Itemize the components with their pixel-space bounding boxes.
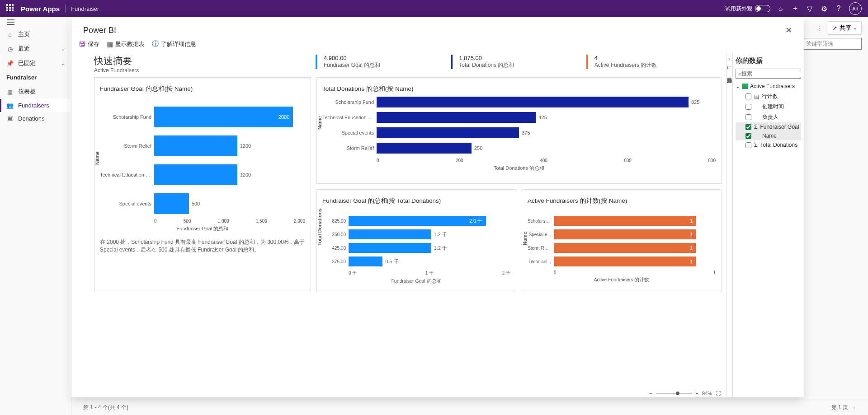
save-button[interactable]: 🖫保存 (79, 40, 99, 48)
field-owner[interactable]: 负责人 (736, 112, 801, 122)
zoom-in-icon[interactable]: + (696, 391, 698, 396)
chevron-left-icon[interactable]: ‹ (729, 56, 731, 61)
record-count: 第 1 - 4 个(共 4 个) (83, 404, 128, 411)
field-created[interactable]: 创建时间 (736, 102, 801, 112)
data-pane-title: 你的数据 (736, 56, 801, 65)
app-launcher-icon[interactable] (6, 4, 15, 13)
page-toolbar-right: ⋮ ↗共享⌄ (816, 21, 862, 35)
pin-icon: 📌 (6, 60, 14, 67)
sigma-icon: Σ (754, 142, 757, 148)
chart-goal-by-name[interactable]: Fundraiser Goal 的总和(按 Name) Name Scholar… (94, 77, 311, 292)
share-button[interactable]: ↗共享⌄ (828, 21, 862, 35)
page-footer: 第 1 - 4 个(共 4 个) 第 1 页 → (71, 400, 868, 415)
chevron-down-icon: ⌄ (61, 61, 65, 66)
show-data-table-button[interactable]: ▦显示数据表 (107, 40, 145, 48)
field-donations[interactable]: ΣTotal Donations (736, 140, 801, 149)
close-icon[interactable]: ✕ (785, 25, 792, 35)
fit-to-page-icon[interactable]: ⛶ (716, 391, 721, 396)
filter-rail[interactable]: ‹ ⫍ 筛选器 (726, 53, 732, 397)
dashboard-icon: ▦ (6, 89, 14, 95)
chart1-x-ticks: 05001,0001,5002,000 (154, 219, 305, 224)
search-icon[interactable]: ⌕ (777, 5, 785, 13)
table-icon: ▦ (107, 40, 113, 48)
summary-row: 快速摘要 Active Fundraisers 4,900.00Fundrais… (94, 55, 722, 74)
kpi-donations: 1,875.00Total Donations 的总和 (451, 55, 586, 69)
zoom-out-icon[interactable]: − (649, 391, 652, 396)
data-search-input[interactable] (741, 70, 804, 77)
data-search[interactable]: ⌕ (736, 69, 801, 79)
learn-more-button[interactable]: ⓘ了解详细信息 (152, 40, 196, 48)
chart1-insight: 在 2000 处，Scholarship Fund 具有最高 Fundraise… (100, 238, 305, 254)
help-icon[interactable]: ? (835, 5, 843, 13)
nav-donations[interactable]: 🏛Donations (0, 112, 71, 125)
powerbi-modal: Power BI ✕ 🖫保存 ▦显示数据表 ⓘ了解详细信息 快速摘要 Activ… (71, 17, 804, 397)
nav-fundraisers[interactable]: 👥Fundraisers (0, 99, 71, 112)
nav-pinned[interactable]: 📌已固定⌄ (0, 56, 71, 70)
more-icon[interactable]: ⋮ (816, 23, 824, 34)
page-next-button[interactable]: → (851, 405, 856, 411)
sidebar: ⌂主页 ◷最近⌄ 📌已固定⌄ Fundraiser ▦仪表板 👥Fundrais… (0, 17, 71, 415)
summary-title: 快速摘要 (94, 55, 316, 67)
kpi-goal: 4,900.00Fundraiser Goal 的总和 (316, 55, 451, 69)
chevron-down-icon: ⌄ (736, 83, 740, 89)
modal-title: Power BI (83, 26, 785, 35)
filters-icon: ⫍ (727, 65, 732, 70)
keyword-filter-input[interactable] (803, 38, 862, 50)
data-table-node[interactable]: ⌄Active Fundraisers (736, 83, 801, 89)
chevron-down-icon: ⌄ (61, 47, 65, 51)
info-icon: ⓘ (152, 40, 159, 48)
home-icon: ⌂ (6, 31, 14, 38)
rows-icon: ▤ (754, 93, 759, 100)
zoom-slider[interactable] (656, 393, 692, 394)
data-pane: 你的数据 ⌕ ⌄Active Fundraisers ▤行计数 创建时间 负责人… (732, 53, 804, 397)
bank-icon: 🏛 (6, 115, 14, 122)
header-page-title: Fundraiser (71, 5, 99, 12)
nav-section-header: Fundraiser (0, 70, 71, 84)
share-icon: ↗ (832, 25, 837, 32)
app-name: Power Apps (21, 5, 60, 13)
nav-dashboards[interactable]: ▦仪表板 (0, 84, 71, 99)
summary-subtitle: Active Fundraisers (94, 67, 316, 74)
sigma-icon: Σ (754, 124, 757, 130)
keyword-filter[interactable] (803, 38, 862, 50)
chart-count-by-name[interactable]: Active Fundraisers 的计数(按 Name) Name Scho… (522, 189, 722, 292)
people-icon: 👥 (6, 102, 14, 109)
table-icon (742, 84, 748, 89)
kpi-count: 4Active Fundraisers 的计数 (586, 55, 722, 69)
toggle-icon (755, 5, 770, 12)
save-icon: 🖫 (79, 40, 85, 48)
chart-goal-by-donations[interactable]: Fundraiser Goal 的总和(按 Total Donations) T… (316, 189, 516, 292)
settings-icon[interactable]: ⚙ (820, 5, 828, 13)
header-actions: 试用新外观 ⌕ + ▽ ⚙ ? Ad (725, 2, 862, 15)
field-name[interactable]: Name (736, 131, 801, 140)
nav-recent[interactable]: ◷最近⌄ (0, 42, 71, 56)
sidebar-collapse-button[interactable] (0, 17, 71, 27)
nav-home[interactable]: ⌂主页 (0, 27, 71, 42)
try-new-look-toggle[interactable]: 试用新外观 (725, 5, 770, 13)
zoom-level: 94% (702, 391, 712, 396)
app-header: Power Apps Fundraiser 试用新外观 ⌕ + ▽ ⚙ ? Ad (0, 0, 868, 17)
field-rowcount[interactable]: ▤行计数 (736, 91, 801, 102)
avatar[interactable]: Ad (849, 2, 862, 15)
chart2-x-ticks: 0200400600800 (377, 158, 716, 163)
field-goal[interactable]: ΣFundraiser Goal (736, 122, 801, 131)
chevron-down-icon: ⌄ (854, 26, 857, 30)
zoom-control[interactable]: − + 94% ⛶ (649, 391, 721, 396)
add-icon[interactable]: + (791, 5, 799, 13)
report-canvas: 快速摘要 Active Fundraisers 4,900.00Fundrais… (71, 53, 726, 397)
filter-icon[interactable]: ▽ (806, 5, 814, 13)
page-indicator: 第 1 页 (831, 404, 848, 411)
search-icon: ⌕ (738, 70, 741, 77)
chart-donations-by-name[interactable]: Total Donations 的总和(按 Name) Name Scholar… (316, 77, 722, 184)
modal-toolbar: 🖫保存 ▦显示数据表 ⓘ了解详细信息 (71, 40, 804, 53)
clock-icon: ◷ (6, 46, 14, 52)
